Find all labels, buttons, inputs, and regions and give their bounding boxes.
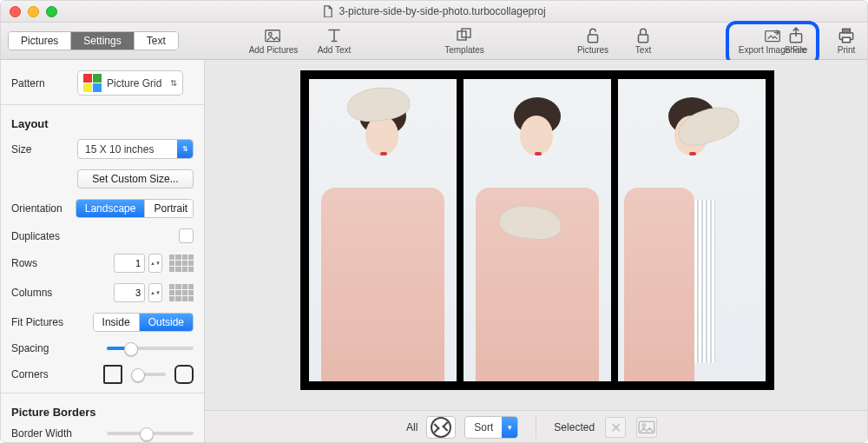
- chevron-updown-icon: ⇅: [170, 78, 177, 88]
- close-window[interactable]: [10, 6, 21, 17]
- columns-stepper[interactable]: ▲▼: [114, 283, 162, 302]
- duplicates-label: Duplicates: [11, 230, 179, 242]
- tab-text[interactable]: Text: [135, 32, 178, 50]
- app-window: 3-picture-side-by-side-photo.turbocollag…: [0, 0, 868, 443]
- corner-round-icon[interactable]: [174, 365, 194, 384]
- picture-borders-title: Picture Borders: [1, 397, 204, 422]
- pattern-selector[interactable]: Picture Grid ⇅: [77, 70, 183, 96]
- svg-rect-5: [639, 35, 648, 43]
- toolbar: Pictures Settings Text Add Pictures Add …: [1, 23, 867, 60]
- columns-input[interactable]: [114, 283, 145, 302]
- canvas-area: All Sort ▾ Selected ✕: [205, 60, 867, 443]
- set-custom-size-button[interactable]: Set Custom Size...: [77, 169, 194, 188]
- settings-sidebar: Pattern Picture Grid ⇅ Layout Size 15 X …: [1, 60, 205, 443]
- border-width-label: Border Width: [11, 427, 89, 440]
- titlebar: 3-picture-side-by-side-photo.turbocollag…: [1, 1, 867, 23]
- corners-label: Corners: [11, 368, 77, 380]
- corner-square-icon[interactable]: [103, 365, 122, 384]
- collage-cell-2[interactable]: [464, 79, 611, 381]
- fit-segmented: Inside Outside: [93, 313, 194, 332]
- orientation-landscape[interactable]: Landscape: [76, 200, 146, 217]
- spacing-slider[interactable]: [107, 347, 194, 350]
- selected-label: Selected: [554, 421, 595, 433]
- rows-grid-picker[interactable]: [169, 255, 194, 272]
- svg-rect-9: [843, 29, 851, 32]
- share-icon: [786, 27, 806, 44]
- orientation-label: Orientation: [11, 202, 76, 215]
- columns-grid-picker[interactable]: [169, 284, 194, 301]
- lock-text-button[interactable]: Text: [626, 27, 661, 55]
- grid-swatch-icon: [83, 74, 102, 92]
- border-width-slider[interactable]: [107, 432, 194, 435]
- add-pictures-button[interactable]: Add Pictures: [246, 27, 301, 55]
- image-plus-icon: [264, 27, 283, 44]
- svg-point-1: [269, 32, 273, 36]
- orientation-portrait[interactable]: Portrait: [145, 200, 194, 217]
- lock-open-icon: [583, 27, 602, 44]
- window-title: 3-picture-side-by-side-photo.turbocollag…: [339, 5, 545, 17]
- tab-settings[interactable]: Settings: [71, 32, 134, 50]
- pattern-label: Pattern: [11, 77, 77, 89]
- orientation-segmented: Landscape Portrait: [76, 199, 194, 218]
- templates-icon: [455, 27, 474, 44]
- text-icon: [325, 27, 344, 44]
- collage-artboard[interactable]: [300, 70, 774, 390]
- collage-cell-3[interactable]: [618, 79, 766, 381]
- share-button[interactable]: Share: [779, 27, 813, 55]
- lock-pictures-button[interactable]: Pictures: [575, 27, 610, 55]
- zoom-window[interactable]: [46, 6, 57, 17]
- stepper-arrows-icon[interactable]: ▲▼: [148, 254, 162, 273]
- svg-point-12: [642, 424, 645, 426]
- refresh-button[interactable]: [426, 416, 456, 439]
- minimize-window[interactable]: [28, 6, 39, 17]
- fit-inside[interactable]: Inside: [94, 314, 140, 331]
- rows-stepper[interactable]: ▲▼: [114, 254, 162, 273]
- rows-input[interactable]: [114, 254, 145, 273]
- layout-section-title: Layout: [1, 109, 204, 134]
- chevron-updown-icon: ⇅: [177, 140, 193, 158]
- templates-button[interactable]: Templates: [437, 27, 492, 55]
- x-icon: ✕: [610, 420, 621, 436]
- delete-selected-button[interactable]: ✕: [605, 417, 626, 438]
- stepper-arrows-icon[interactable]: ▲▼: [148, 283, 162, 302]
- add-text-button[interactable]: Add Text: [317, 27, 352, 55]
- collage-cell-1[interactable]: [309, 79, 457, 381]
- sort-button[interactable]: Sort ▾: [464, 416, 518, 439]
- corners-slider[interactable]: [131, 373, 166, 376]
- size-label: Size: [11, 143, 77, 155]
- rows-label: Rows: [11, 257, 77, 269]
- fit-outside[interactable]: Outside: [140, 314, 193, 331]
- refresh-icon: [431, 417, 451, 438]
- print-button[interactable]: Print: [829, 27, 864, 55]
- chevron-down-icon: ▾: [502, 417, 517, 438]
- canvas-bottom-bar: All Sort ▾ Selected ✕: [205, 410, 867, 443]
- document-icon: [322, 5, 333, 18]
- tab-pictures[interactable]: Pictures: [9, 32, 71, 50]
- svg-rect-4: [589, 35, 598, 43]
- lock-icon: [634, 27, 653, 44]
- traffic-lights: [10, 6, 57, 17]
- sidebar-mode-tabs: Pictures Settings Text: [8, 31, 179, 50]
- duplicates-checkbox[interactable]: [179, 228, 194, 243]
- columns-label: Columns: [11, 287, 77, 299]
- selected-image-button[interactable]: [636, 417, 657, 438]
- printer-icon: [837, 27, 856, 44]
- fit-label: Fit Pictures: [11, 316, 77, 328]
- svg-rect-10: [843, 37, 851, 43]
- size-select[interactable]: 15 X 10 inches ⇅: [77, 139, 194, 159]
- all-label: All: [406, 421, 418, 433]
- spacing-label: Spacing: [11, 342, 77, 354]
